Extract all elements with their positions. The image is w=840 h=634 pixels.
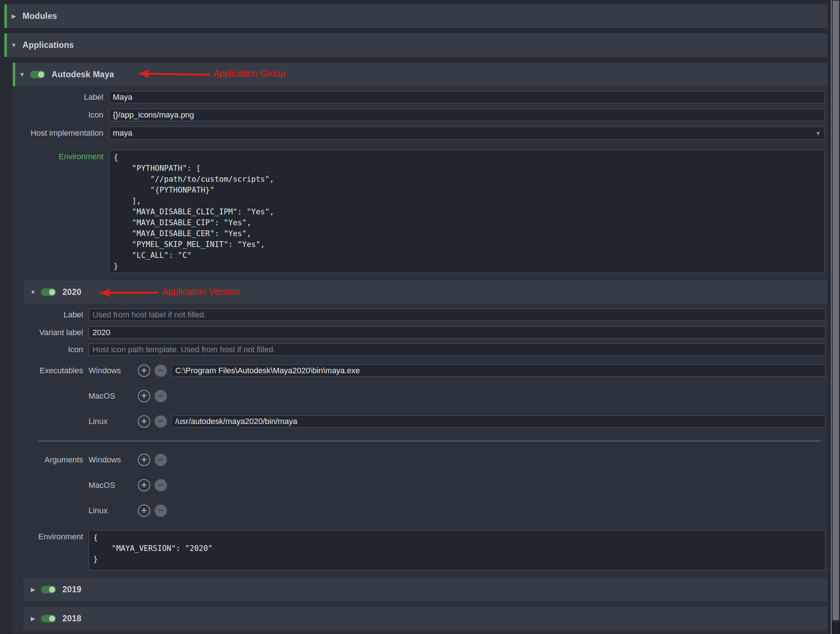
version-2019-header[interactable]: ▶ 2019: [24, 578, 828, 601]
arguments-linux-remove-button[interactable]: −: [155, 505, 167, 517]
maya-icon-row: Icon: [13, 109, 828, 121]
maya-icon-field-label: Icon: [13, 110, 103, 120]
arguments-linux-label: Linux: [88, 506, 138, 516]
version-2020-body: Label Variant label Icon Executables Win…: [24, 304, 828, 571]
version-2020-title: 2020: [62, 287, 81, 297]
executables-linux-remove-button[interactable]: −: [155, 415, 167, 427]
version-2018-section: ▶ 2018: [24, 607, 828, 630]
modules-section-header[interactable]: ▶ Modules: [4, 4, 828, 28]
maya-environment-textarea[interactable]: { "PYTHONPATH": [ "//path/to/custom/scri…: [109, 150, 825, 273]
executables-macos-label: MacOS: [88, 391, 138, 401]
version-2019-title: 2019: [62, 585, 81, 595]
arguments-macos-label: MacOS: [88, 481, 138, 490]
maya-environment-row: Environment { "PYTHONPATH": [ "//path/to…: [13, 150, 828, 273]
modules-section-title: Modules: [22, 11, 57, 21]
arguments-linux-row: Linux + −: [24, 505, 826, 517]
version-2019-collapsed-caret-icon[interactable]: ▶: [28, 586, 37, 593]
arguments-linux-add-button[interactable]: +: [138, 505, 150, 517]
executables-linux-input[interactable]: [171, 415, 826, 427]
version-2018-header[interactable]: ▶ 2018: [24, 607, 828, 630]
maya-group: ▼ Autodesk Maya Label Icon Host implemen…: [13, 63, 828, 633]
scrollbar-thumb[interactable]: [833, 1, 839, 620]
host-implementation-value: maya: [113, 128, 133, 138]
variant-label-row: Variant label: [24, 326, 826, 339]
executables-macos-row: MacOS + −: [24, 390, 826, 402]
version-2019-toggle[interactable]: [41, 586, 56, 593]
version-environment-row: Environment { "MAYA_VERSION": "2020" }: [24, 530, 826, 571]
maya-environment-label: Environment: [13, 150, 103, 161]
executables-linux-label: Linux: [88, 417, 138, 426]
maya-group-title: Autodesk Maya: [52, 69, 114, 79]
maya-enabled-toggle[interactable]: [30, 71, 45, 78]
applications-accent-bar: [4, 33, 7, 57]
arguments-group-label: Arguments: [24, 455, 83, 465]
version-environment-label: Environment: [24, 530, 83, 541]
executables-windows-add-button[interactable]: +: [138, 364, 150, 377]
maya-icon-input[interactable]: [109, 109, 825, 121]
version-2018-title: 2018: [62, 613, 81, 623]
version-icon-row: Icon: [24, 344, 826, 356]
arguments-macos-remove-button[interactable]: −: [155, 479, 167, 492]
version-2020-section: ▼ 2020 Label Variant label Icon: [24, 281, 828, 571]
arguments-windows-add-button[interactable]: +: [138, 454, 150, 466]
executables-windows-label: Windows: [88, 366, 138, 375]
scrollbar-bottom: [832, 622, 840, 634]
version-2020-toggle[interactable]: [41, 289, 56, 296]
executables-windows-row: Executables Windows + −: [24, 364, 826, 377]
executables-macos-remove-button[interactable]: −: [155, 390, 167, 402]
applications-section-title: Applications: [22, 40, 74, 50]
maya-expanded-caret-icon[interactable]: ▼: [18, 71, 27, 78]
host-implementation-select[interactable]: maya ▼: [109, 126, 825, 140]
arguments-windows-row: Arguments Windows + −: [24, 454, 826, 466]
scrollbar[interactable]: [831, 0, 840, 634]
executables-group-label: Executables: [24, 366, 83, 375]
host-implementation-row: Host implementation maya ▼: [13, 126, 828, 140]
executables-windows-input[interactable]: [171, 364, 826, 377]
maya-label-field-label: Label: [13, 93, 103, 102]
version-2020-expanded-caret-icon[interactable]: ▼: [28, 289, 37, 296]
version-icon-field-label: Icon: [24, 345, 83, 354]
executables-linux-row: Linux + −: [24, 415, 826, 427]
arguments-macos-row: MacOS + −: [24, 479, 826, 492]
executables-windows-remove-button[interactable]: −: [155, 364, 167, 377]
executables-macos-add-button[interactable]: +: [138, 390, 150, 402]
version-2018-toggle-knob: [49, 615, 55, 622]
version-2020-toggle-knob: [49, 289, 55, 295]
arguments-windows-remove-button[interactable]: −: [155, 454, 167, 466]
version-2020-header[interactable]: ▼ 2020: [24, 281, 828, 304]
maya-label-row: Label: [13, 91, 828, 103]
arguments-windows-label: Windows: [88, 455, 138, 465]
variant-label-input[interactable]: [88, 326, 826, 339]
applications-section-header[interactable]: ▼ Applications: [4, 33, 828, 57]
executables-arguments-divider: [38, 441, 821, 442]
maya-group-header[interactable]: ▼ Autodesk Maya: [13, 63, 828, 86]
host-implementation-label: Host implementation: [13, 128, 103, 138]
version-label-field-label: Label: [24, 310, 83, 320]
variant-label-field-label: Variant label: [24, 328, 83, 338]
applications-expanded-caret-icon[interactable]: ▼: [9, 42, 18, 49]
version-2019-toggle-knob: [49, 587, 55, 593]
version-2019-section: ▶ 2019: [24, 578, 828, 601]
arguments-macos-add-button[interactable]: +: [138, 479, 150, 492]
executables-linux-add-button[interactable]: +: [138, 415, 150, 427]
settings-page: ▶ Modules ▼ Applications ▼ Autodesk Maya…: [0, 0, 831, 634]
version-label-row: Label: [24, 309, 826, 321]
maya-group-body: Label Icon Host implementation maya ▼ En…: [13, 86, 828, 633]
maya-label-input[interactable]: [109, 91, 825, 103]
version-icon-input[interactable]: [88, 344, 826, 356]
modules-collapsed-caret-icon[interactable]: ▶: [9, 13, 18, 20]
version-environment-textarea[interactable]: { "MAYA_VERSION": "2020" }: [88, 530, 826, 571]
maya-accent-bar: [13, 63, 15, 86]
version-2018-toggle[interactable]: [41, 615, 56, 622]
dropdown-arrow-icon: ▼: [815, 130, 821, 136]
version-2018-collapsed-caret-icon[interactable]: ▶: [28, 615, 37, 622]
maya-toggle-knob: [38, 71, 44, 77]
version-label-input[interactable]: [88, 309, 826, 321]
modules-accent-bar: [4, 4, 7, 28]
